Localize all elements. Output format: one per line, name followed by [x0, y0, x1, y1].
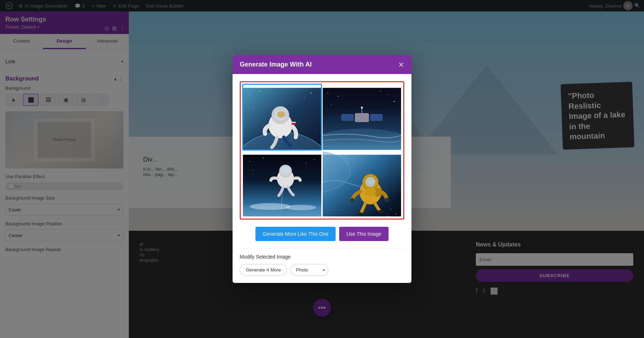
modify-title: Modify Selected Image: [240, 254, 404, 260]
svg-point-42: [327, 93, 328, 93]
svg-point-41: [361, 107, 363, 109]
svg-point-25: [259, 91, 260, 92]
svg-point-68: [350, 198, 354, 202]
use-image-button[interactable]: Use This Image: [339, 227, 389, 241]
svg-point-28: [253, 108, 254, 109]
image-cell-1[interactable]: [243, 84, 321, 150]
svg-point-50: [250, 203, 291, 210]
modal-close-button[interactable]: ✕: [398, 61, 404, 68]
svg-rect-31: [355, 113, 369, 122]
svg-point-30: [323, 129, 401, 150]
svg-point-51: [286, 205, 316, 210]
svg-point-55: [249, 161, 250, 162]
svg-point-43: [338, 96, 338, 97]
svg-rect-66: [365, 188, 376, 195]
svg-point-65: [367, 178, 374, 184]
svg-point-56: [263, 158, 264, 158]
svg-point-58: [314, 159, 315, 160]
svg-point-27: [311, 92, 312, 93]
svg-point-70: [357, 212, 363, 216]
svg-point-72: [390, 209, 391, 209]
modal-title: Generate Image With AI: [240, 61, 312, 68]
photo-type-select[interactable]: Photo Illustration Vector Sketch: [291, 264, 328, 276]
svg-point-74: [387, 215, 388, 216]
photo-select-wrapper: Photo Illustration Vector Sketch ▾: [291, 264, 328, 276]
svg-rect-23: [292, 122, 296, 123]
svg-point-45: [394, 101, 395, 102]
modal-header: Generate Image With AI ✕: [233, 55, 411, 74]
svg-point-46: [331, 104, 332, 105]
image-grid: [243, 84, 401, 216]
svg-point-21: [277, 111, 285, 118]
svg-point-57: [306, 163, 306, 163]
image-cell-4[interactable]: [323, 151, 401, 217]
image-cell-2[interactable]: [323, 84, 401, 150]
svg-point-47: [380, 91, 381, 92]
modal-body: Generate More Like This One Use This Ima…: [233, 74, 411, 283]
svg-point-73: [396, 214, 396, 215]
svg-rect-32: [341, 114, 353, 121]
svg-point-26: [304, 98, 304, 98]
modify-controls: Generate 4 More Photo Illustration Vecto…: [240, 264, 404, 276]
modal-actions: Generate More Like This One Use This Ima…: [240, 227, 404, 241]
modal-overlay: Generate Image With AI ✕: [0, 0, 644, 338]
svg-point-24: [249, 94, 250, 95]
svg-point-54: [282, 167, 291, 173]
generate-4-button[interactable]: Generate 4 More: [240, 264, 287, 276]
ai-modal: Generate Image With AI ✕: [233, 55, 411, 283]
svg-point-71: [378, 210, 383, 213]
svg-point-69: [385, 197, 389, 201]
svg-rect-33: [370, 114, 382, 121]
image-cell-3[interactable]: [243, 151, 321, 217]
modify-section: Modify Selected Image Generate 4 More Ph…: [240, 248, 404, 276]
image-grid-container: [240, 81, 404, 220]
svg-point-44: [387, 94, 388, 95]
generate-more-button[interactable]: Generate More Like This One: [255, 227, 336, 241]
svg-point-59: [253, 170, 254, 170]
